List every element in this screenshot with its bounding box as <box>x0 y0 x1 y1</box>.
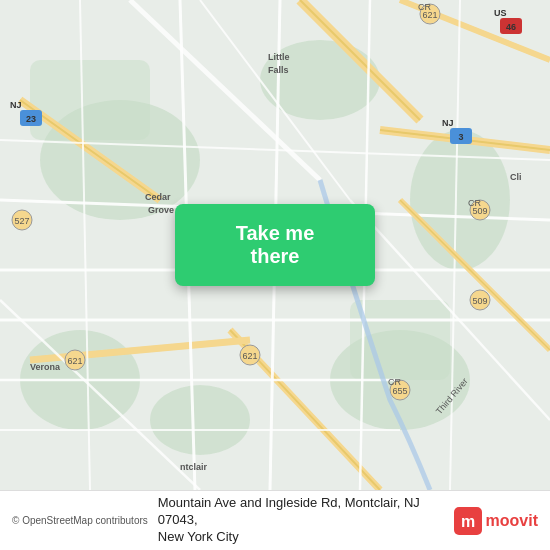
svg-text:655: 655 <box>392 386 407 396</box>
address-text: Mountain Ave and Ingleside Rd, Montclair… <box>158 495 444 546</box>
svg-text:NJ: NJ <box>442 118 454 128</box>
svg-text:23: 23 <box>26 114 36 124</box>
svg-text:3: 3 <box>458 132 463 142</box>
svg-text:Grove: Grove <box>148 205 174 215</box>
svg-point-6 <box>150 385 250 455</box>
svg-text:CR: CR <box>418 2 431 12</box>
osm-copyright: © OpenStreetMap contributors <box>12 515 148 526</box>
svg-text:CR: CR <box>468 198 481 208</box>
svg-text:NJ: NJ <box>10 100 22 110</box>
svg-text:509: 509 <box>472 296 487 306</box>
moovit-icon: m <box>454 507 482 535</box>
svg-text:Verona: Verona <box>30 362 61 372</box>
svg-text:ntclair: ntclair <box>180 462 208 472</box>
svg-text:Cli: Cli <box>510 172 522 182</box>
svg-text:621: 621 <box>242 351 257 361</box>
moovit-logo: m moovit <box>454 507 538 535</box>
svg-text:Falls: Falls <box>268 65 289 75</box>
svg-text:US: US <box>494 8 507 18</box>
moovit-brand-name: moovit <box>486 512 538 530</box>
svg-text:527: 527 <box>14 216 29 226</box>
map-area: 23 NJ 3 NJ 46 US 621 CR 621 621 655 CR 5… <box>0 0 550 490</box>
svg-text:Cedar: Cedar <box>145 192 171 202</box>
svg-rect-8 <box>350 300 450 380</box>
svg-text:Little: Little <box>268 52 290 62</box>
svg-text:CR: CR <box>388 377 401 387</box>
svg-point-3 <box>410 130 510 270</box>
svg-text:m: m <box>460 513 474 530</box>
svg-text:46: 46 <box>506 22 516 32</box>
bottom-info-bar: © OpenStreetMap contributors Mountain Av… <box>0 490 550 550</box>
take-me-there-button[interactable]: Take me there <box>175 204 375 286</box>
svg-text:621: 621 <box>67 356 82 366</box>
svg-rect-7 <box>30 60 150 140</box>
